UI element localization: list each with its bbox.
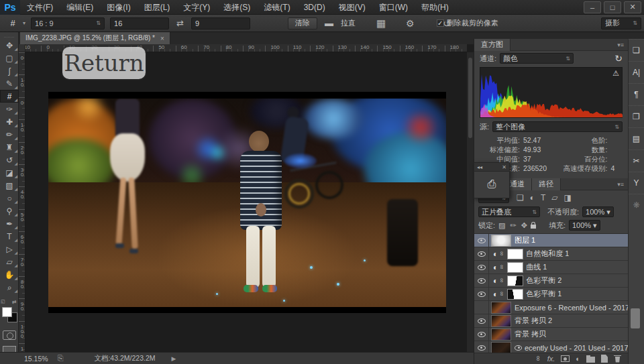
quick-selection-tool-icon[interactable]: ✎◢ bbox=[0, 77, 19, 90]
layer-row[interactable]: Exposure 6 - Recently Used - 2017.0... bbox=[474, 301, 628, 314]
filter-type-icon[interactable]: T bbox=[541, 193, 545, 202]
layer-row[interactable]: 图层 1 bbox=[474, 234, 628, 247]
brush-panel-icon[interactable]: Y bbox=[629, 172, 644, 194]
eye-icon[interactable] bbox=[515, 345, 522, 351]
layer-name[interactable]: 色彩平衡 2 bbox=[526, 276, 561, 286]
menu-item-选择[interactable]: 选择(S) bbox=[217, 0, 257, 15]
lock-transparent-icon[interactable]: ▨ bbox=[498, 221, 505, 230]
crop-ratio-select[interactable]: 16 : 9 ⇅ bbox=[31, 17, 105, 29]
close-tab-icon[interactable]: × bbox=[160, 35, 164, 42]
visibility-cell[interactable] bbox=[474, 247, 489, 261]
dock-scrollbar-thumb[interactable] bbox=[631, 308, 640, 328]
eye-icon[interactable] bbox=[478, 292, 486, 297]
new-group-icon[interactable] bbox=[586, 357, 595, 363]
filter-adjustment-icon[interactable]: ◐ bbox=[530, 193, 535, 202]
layer-row[interactable]: ◐∞自然饱和度 1 bbox=[474, 247, 628, 261]
menu-item-编辑[interactable]: 编辑(E) bbox=[60, 0, 100, 15]
eye-icon[interactable] bbox=[478, 265, 486, 270]
menu-item-图像[interactable]: 图像(I) bbox=[100, 0, 137, 15]
filter-smart-icon[interactable]: ◨ bbox=[564, 193, 572, 202]
tab-路径[interactable]: 路径 bbox=[532, 178, 561, 190]
move-tool-icon[interactable]: ✥◢ bbox=[0, 39, 19, 52]
layer-thumbnail[interactable] bbox=[491, 315, 511, 327]
eyedropper-tool-icon[interactable]: ✑◢ bbox=[0, 103, 19, 115]
layer-name[interactable]: 色彩平衡 1 bbox=[526, 289, 561, 299]
quick-mask-tool[interactable] bbox=[3, 330, 16, 340]
close-panel-icon[interactable]: ✕ bbox=[502, 164, 506, 170]
overlay-grid-icon[interactable]: ▦ bbox=[374, 17, 388, 29]
channel-select[interactable]: 颜色 ⇅ bbox=[500, 53, 574, 64]
visibility-cell[interactable] bbox=[474, 274, 489, 288]
character-panel-icon[interactable]: A| bbox=[629, 61, 644, 83]
clone-source-panel-icon[interactable]: ❐ bbox=[629, 105, 644, 127]
swap-dimensions-icon[interactable]: ⇄ bbox=[174, 18, 186, 28]
zoom-tool-icon[interactable]: ⌕◢ bbox=[0, 281, 19, 294]
panel-menu-icon[interactable]: ▾≡ bbox=[617, 181, 624, 188]
layer-thumbnail[interactable] bbox=[491, 235, 511, 247]
spot-healing-tool-icon[interactable]: ✚◢ bbox=[0, 115, 19, 128]
mask-link-icon[interactable]: ∞ bbox=[498, 251, 505, 257]
minimize-button[interactable]: – bbox=[584, 1, 601, 13]
brush-tool-icon[interactable]: ✏◢ bbox=[0, 128, 19, 141]
path-selection-tool-icon[interactable]: ▷◢ bbox=[0, 243, 19, 255]
blur-tool-icon[interactable]: ○◢ bbox=[0, 192, 19, 204]
floating-collapsed-panel[interactable]: ◂◂ ✕ ⎙ bbox=[474, 162, 510, 198]
visibility-cell[interactable] bbox=[474, 314, 489, 328]
mask-link-icon[interactable]: ∞ bbox=[498, 292, 505, 297]
visibility-cell[interactable] bbox=[474, 234, 489, 247]
adjustment-icon[interactable]: ◐ bbox=[493, 263, 498, 272]
crop-height-input[interactable] bbox=[191, 17, 250, 29]
default-colors-icon[interactable]: ◱ bbox=[1, 299, 5, 304]
layer-name[interactable]: 背景 拷贝 2 bbox=[515, 316, 552, 326]
adjustment-icon[interactable]: ◐ bbox=[493, 249, 498, 259]
blend-mode-select[interactable]: 正片叠底 ⇅ bbox=[478, 206, 540, 217]
layer-name[interactable]: 背景 拷贝 bbox=[515, 329, 546, 339]
actions-panel-icon[interactable]: ❏ bbox=[629, 39, 644, 61]
visibility-cell[interactable] bbox=[474, 288, 489, 301]
visibility-cell[interactable] bbox=[474, 261, 489, 274]
crop-tool-icon[interactable]: #◢ bbox=[0, 90, 19, 103]
layer-style-fx-icon[interactable]: fx. bbox=[547, 355, 555, 363]
maximize-button[interactable]: □ bbox=[604, 1, 621, 13]
mask-thumbnail[interactable] bbox=[507, 262, 523, 273]
lasso-tool-icon[interactable]: ʃ◢ bbox=[0, 64, 19, 77]
layer-row[interactable]: ◐∞色彩平衡 2 bbox=[474, 274, 628, 288]
layer-thumbnail[interactable] bbox=[491, 342, 511, 354]
crop-tool-icon[interactable]: # bbox=[4, 18, 21, 28]
eye-icon[interactable] bbox=[478, 238, 486, 243]
eraser-tool-icon[interactable]: ◪◢ bbox=[0, 166, 19, 179]
share-icon[interactable]: ⎘ bbox=[58, 354, 64, 363]
crop-width-input[interactable] bbox=[110, 17, 169, 29]
tool-presets-panel-icon[interactable]: ✂ bbox=[629, 149, 644, 172]
close-button[interactable]: ✕ bbox=[624, 1, 641, 13]
menu-item-滤镜[interactable]: 滤镜(T) bbox=[257, 0, 297, 15]
menu-item-文字[interactable]: 文字(Y) bbox=[176, 0, 217, 15]
lock-pixels-icon[interactable]: ✏ bbox=[510, 221, 516, 230]
photo-canvas[interactable] bbox=[48, 92, 446, 313]
cached-data-warning-icon[interactable]: ⚠ bbox=[612, 69, 619, 78]
layer-row[interactable]: 背景 拷贝 bbox=[474, 328, 628, 341]
adjustment-icon[interactable]: ◐ bbox=[493, 290, 498, 299]
collapse-panel-icon[interactable]: ◂◂ bbox=[477, 164, 482, 170]
reset-tool-icon[interactable]: ↺ bbox=[443, 18, 451, 29]
menu-item-视图[interactable]: 视图(V) bbox=[332, 0, 372, 15]
canvas-area[interactable] bbox=[25, 52, 467, 352]
dodge-tool-icon[interactable]: ⚲◢ bbox=[0, 204, 19, 217]
eye-icon[interactable] bbox=[478, 251, 486, 257]
history-brush-tool-icon[interactable]: ↺◢ bbox=[0, 154, 19, 166]
paragraph-panel-icon[interactable]: ¶ bbox=[629, 83, 644, 105]
layer-name[interactable]: ecently Used - 201 Used - 2017.0... bbox=[525, 344, 628, 352]
panel-menu-icon[interactable]: ▾≡ bbox=[617, 42, 624, 48]
filter-shape-icon[interactable]: ▱ bbox=[551, 193, 557, 202]
eye-icon[interactable] bbox=[478, 332, 486, 337]
layer-name[interactable]: 图层 1 bbox=[515, 235, 535, 245]
eye-icon[interactable] bbox=[478, 345, 486, 351]
layer-name[interactable]: 自然饱和度 1 bbox=[526, 249, 569, 259]
menu-item-3D[interactable]: 3D(D) bbox=[297, 0, 332, 15]
straighten-label[interactable]: 拉直 bbox=[341, 18, 356, 28]
clear-button[interactable]: 清除 bbox=[288, 17, 317, 29]
foreground-color-swatch[interactable] bbox=[2, 307, 12, 317]
visibility-cell[interactable] bbox=[474, 301, 489, 314]
delete-layer-icon[interactable] bbox=[614, 355, 621, 363]
styles-panel-icon[interactable]: ❋ bbox=[629, 194, 644, 216]
